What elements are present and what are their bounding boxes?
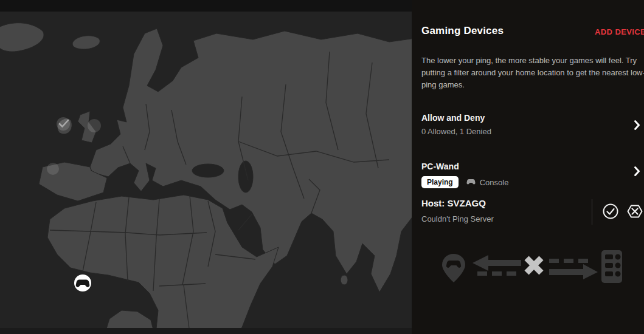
dot-marker[interactable] xyxy=(88,119,101,132)
world-map[interactable] xyxy=(0,12,412,334)
chevron-right-icon xyxy=(634,166,640,179)
server-rack-icon xyxy=(601,250,622,283)
dot-marker[interactable] xyxy=(47,163,59,175)
check-circle-marker[interactable] xyxy=(57,117,70,131)
blocked-icon xyxy=(626,202,644,220)
device-type-label: Console xyxy=(480,178,509,187)
allow-deny-subtitle: 0 Allowed, 1 Denied xyxy=(421,127,644,136)
host-item: Host: SVZAGQ Couldn't Ping Server xyxy=(421,198,644,227)
arrow-right-icon xyxy=(549,259,598,279)
allow-and-deny-item[interactable]: Allow and Deny 0 Allowed, 1 Denied xyxy=(421,113,644,137)
device-name: PC-Wand xyxy=(421,162,644,171)
arrow-left-icon xyxy=(473,255,521,276)
chevron-right-icon xyxy=(634,120,640,133)
x-mark-icon xyxy=(527,258,541,273)
deny-host-button[interactable] xyxy=(626,202,644,220)
ping-description-text: The lower your ping, the more stable you… xyxy=(421,55,644,91)
add-device-button[interactable]: ADD DEVICE xyxy=(595,27,644,36)
status-badge: Playing xyxy=(421,176,459,188)
gamepad-location-pin-icon xyxy=(442,254,465,282)
no-ping-illustration xyxy=(437,244,626,293)
divider xyxy=(592,199,592,225)
gaming-devices-panel: Gaming Devices ADD DEVICE The lower your… xyxy=(412,0,644,334)
check-circle-icon xyxy=(601,202,620,220)
world-map-canvas xyxy=(0,12,412,334)
bottom-bar xyxy=(0,328,412,334)
allow-host-button[interactable] xyxy=(601,202,620,220)
page-title: Gaming Devices xyxy=(421,25,504,37)
top-bar xyxy=(0,0,412,12)
gamepad-icon xyxy=(466,177,476,188)
allow-deny-title: Allow and Deny xyxy=(421,113,644,123)
device-item-pc-wand[interactable]: PC-Wand Playing Console xyxy=(421,162,644,188)
gamepad-pin-marker[interactable] xyxy=(74,274,91,291)
